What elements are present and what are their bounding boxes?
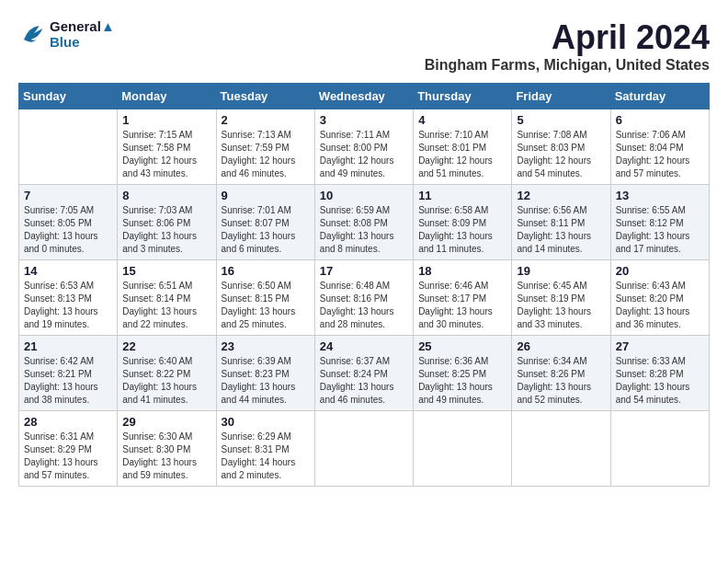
- day-info: Sunrise: 6:58 AM Sunset: 8:09 PM Dayligh…: [418, 204, 506, 256]
- calendar-cell: 5Sunrise: 7:08 AM Sunset: 8:03 PM Daylig…: [512, 109, 610, 185]
- day-info: Sunrise: 6:29 AM Sunset: 8:31 PM Dayligh…: [222, 431, 310, 482]
- day-number: 13: [616, 189, 704, 202]
- day-info: Sunrise: 7:15 AM Sunset: 7:58 PM Dayligh…: [122, 129, 210, 180]
- day-info: Sunrise: 7:11 AM Sunset: 8:00 PM Dayligh…: [320, 129, 408, 180]
- day-info: Sunrise: 6:33 AM Sunset: 8:28 PM Dayligh…: [616, 355, 704, 407]
- calendar-cell: 24Sunrise: 6:37 AM Sunset: 8:24 PM Dayli…: [314, 336, 413, 411]
- week-row-3: 14Sunrise: 6:53 AM Sunset: 8:13 PM Dayli…: [19, 260, 710, 336]
- calendar-cell: 23Sunrise: 6:39 AM Sunset: 8:23 PM Dayli…: [216, 336, 314, 411]
- day-number: 6: [616, 113, 704, 127]
- day-number: 1: [122, 113, 210, 127]
- calendar-title: April 2024: [425, 18, 710, 57]
- calendar-cell: 19Sunrise: 6:45 AM Sunset: 8:19 PM Dayli…: [512, 260, 610, 336]
- calendar-cell: 10Sunrise: 6:59 AM Sunset: 8:08 PM Dayli…: [314, 185, 413, 260]
- week-row-2: 7Sunrise: 7:05 AM Sunset: 8:05 PM Daylig…: [19, 185, 710, 260]
- day-number: 15: [122, 264, 210, 278]
- calendar-cell: 17Sunrise: 6:48 AM Sunset: 8:16 PM Dayli…: [314, 260, 413, 336]
- day-number: 2: [222, 113, 310, 127]
- calendar-cell: [19, 109, 118, 185]
- day-info: Sunrise: 6:53 AM Sunset: 8:13 PM Dayligh…: [24, 280, 112, 331]
- calendar-cell: [314, 411, 413, 487]
- day-info: Sunrise: 7:08 AM Sunset: 8:03 PM Dayligh…: [517, 129, 605, 180]
- day-number: 3: [320, 113, 408, 127]
- day-number: 20: [616, 264, 704, 278]
- day-number: 17: [320, 264, 408, 278]
- calendar-cell: 15Sunrise: 6:51 AM Sunset: 8:14 PM Dayli…: [118, 260, 216, 336]
- calendar-cell: 14Sunrise: 6:53 AM Sunset: 8:13 PM Dayli…: [19, 260, 118, 336]
- calendar-cell: 29Sunrise: 6:30 AM Sunset: 8:30 PM Dayli…: [118, 411, 216, 487]
- logo-bird-icon: [18, 20, 46, 48]
- day-number: 22: [122, 339, 210, 353]
- calendar-cell: 1Sunrise: 7:15 AM Sunset: 7:58 PM Daylig…: [118, 109, 216, 185]
- title-area: April 2024 Bingham Farms, Michigan, Unit…: [425, 18, 710, 74]
- day-info: Sunrise: 6:34 AM Sunset: 8:26 PM Dayligh…: [517, 355, 605, 407]
- calendar-cell: [414, 411, 512, 487]
- calendar-cell: 8Sunrise: 7:03 AM Sunset: 8:06 PM Daylig…: [118, 185, 216, 260]
- day-number: 29: [122, 415, 210, 429]
- day-info: Sunrise: 6:48 AM Sunset: 8:16 PM Dayligh…: [320, 280, 408, 331]
- day-info: Sunrise: 6:46 AM Sunset: 8:17 PM Dayligh…: [418, 280, 506, 331]
- calendar-cell: 13Sunrise: 6:55 AM Sunset: 8:12 PM Dayli…: [610, 185, 709, 260]
- weekday-header-wednesday: Wednesday: [314, 84, 413, 109]
- weekday-header-tuesday: Tuesday: [216, 84, 314, 109]
- day-info: Sunrise: 7:01 AM Sunset: 8:07 PM Dayligh…: [222, 204, 310, 256]
- day-info: Sunrise: 7:10 AM Sunset: 8:01 PM Dayligh…: [418, 129, 506, 180]
- day-number: 28: [24, 415, 112, 429]
- weekday-header-friday: Friday: [512, 84, 610, 109]
- day-number: 14: [24, 264, 112, 278]
- calendar-cell: 26Sunrise: 6:34 AM Sunset: 8:26 PM Dayli…: [512, 336, 610, 411]
- day-info: Sunrise: 6:59 AM Sunset: 8:08 PM Dayligh…: [320, 204, 408, 256]
- day-number: 23: [222, 339, 310, 353]
- day-info: Sunrise: 6:43 AM Sunset: 8:20 PM Dayligh…: [616, 280, 704, 331]
- calendar-cell: 9Sunrise: 7:01 AM Sunset: 8:07 PM Daylig…: [216, 185, 314, 260]
- calendar-cell: 6Sunrise: 7:06 AM Sunset: 8:04 PM Daylig…: [610, 109, 709, 185]
- calendar-cell: 4Sunrise: 7:10 AM Sunset: 8:01 PM Daylig…: [414, 109, 512, 185]
- calendar-cell: [610, 411, 709, 487]
- calendar-cell: 25Sunrise: 6:36 AM Sunset: 8:25 PM Dayli…: [414, 336, 512, 411]
- day-number: 8: [122, 189, 210, 202]
- day-number: 18: [418, 264, 506, 278]
- calendar-subtitle: Bingham Farms, Michigan, United States: [425, 57, 710, 74]
- week-row-4: 21Sunrise: 6:42 AM Sunset: 8:21 PM Dayli…: [19, 336, 710, 411]
- header: General▲ Blue April 2024 Bingham Farms, …: [18, 18, 710, 74]
- weekday-header-saturday: Saturday: [610, 84, 709, 109]
- week-row-1: 1Sunrise: 7:15 AM Sunset: 7:58 PM Daylig…: [19, 109, 710, 185]
- day-number: 21: [24, 339, 112, 353]
- day-number: 19: [517, 264, 605, 278]
- calendar-cell: 12Sunrise: 6:56 AM Sunset: 8:11 PM Dayli…: [512, 185, 610, 260]
- day-info: Sunrise: 6:40 AM Sunset: 8:22 PM Dayligh…: [122, 355, 210, 407]
- day-number: 25: [418, 339, 506, 353]
- calendar-cell: 22Sunrise: 6:40 AM Sunset: 8:22 PM Dayli…: [118, 336, 216, 411]
- day-info: Sunrise: 6:45 AM Sunset: 8:19 PM Dayligh…: [517, 280, 605, 331]
- calendar-cell: 20Sunrise: 6:43 AM Sunset: 8:20 PM Dayli…: [610, 260, 709, 336]
- day-info: Sunrise: 6:55 AM Sunset: 8:12 PM Dayligh…: [616, 204, 704, 256]
- day-number: 10: [320, 189, 408, 202]
- calendar-table: SundayMondayTuesdayWednesdayThursdayFrid…: [18, 83, 710, 487]
- day-number: 12: [517, 189, 605, 202]
- day-number: 27: [616, 339, 704, 353]
- day-number: 26: [517, 339, 605, 353]
- day-info: Sunrise: 6:42 AM Sunset: 8:21 PM Dayligh…: [24, 355, 112, 407]
- day-number: 16: [222, 264, 310, 278]
- day-info: Sunrise: 7:03 AM Sunset: 8:06 PM Dayligh…: [122, 204, 210, 256]
- calendar-cell: 2Sunrise: 7:13 AM Sunset: 7:59 PM Daylig…: [216, 109, 314, 185]
- weekday-header-row: SundayMondayTuesdayWednesdayThursdayFrid…: [19, 84, 710, 109]
- weekday-header-thursday: Thursday: [414, 84, 512, 109]
- calendar-cell: 27Sunrise: 6:33 AM Sunset: 8:28 PM Dayli…: [610, 336, 709, 411]
- calendar-cell: 3Sunrise: 7:11 AM Sunset: 8:00 PM Daylig…: [314, 109, 413, 185]
- day-number: 11: [418, 189, 506, 202]
- day-info: Sunrise: 6:36 AM Sunset: 8:25 PM Dayligh…: [418, 355, 506, 407]
- day-number: 5: [517, 113, 605, 127]
- day-number: 30: [222, 415, 310, 429]
- calendar-cell: 7Sunrise: 7:05 AM Sunset: 8:05 PM Daylig…: [19, 185, 118, 260]
- day-number: 4: [418, 113, 506, 127]
- day-info: Sunrise: 6:50 AM Sunset: 8:15 PM Dayligh…: [222, 280, 310, 331]
- calendar-cell: [512, 411, 610, 487]
- weekday-header-monday: Monday: [118, 84, 216, 109]
- day-info: Sunrise: 7:06 AM Sunset: 8:04 PM Dayligh…: [616, 129, 704, 180]
- weekday-header-sunday: Sunday: [19, 84, 118, 109]
- calendar-cell: 16Sunrise: 6:50 AM Sunset: 8:15 PM Dayli…: [216, 260, 314, 336]
- day-number: 24: [320, 339, 408, 353]
- week-row-5: 28Sunrise: 6:31 AM Sunset: 8:29 PM Dayli…: [19, 411, 710, 487]
- day-info: Sunrise: 6:39 AM Sunset: 8:23 PM Dayligh…: [222, 355, 310, 407]
